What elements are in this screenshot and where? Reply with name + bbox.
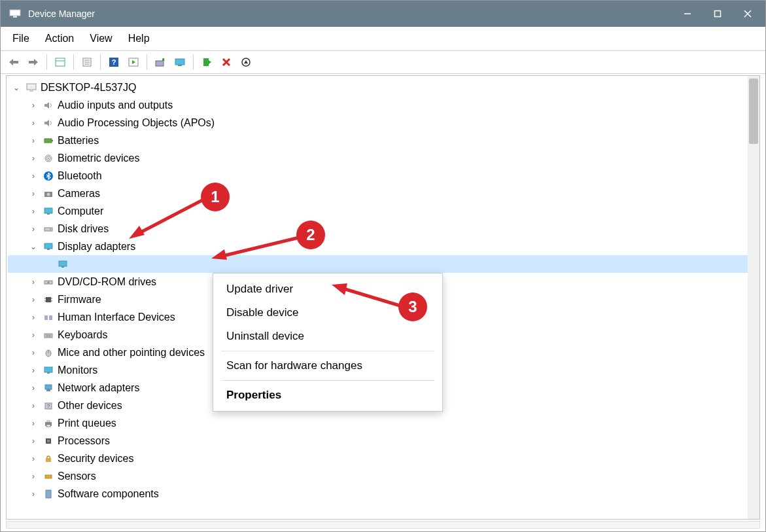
tree-item-disk-drives[interactable]: ›Disk drives xyxy=(8,220,758,238)
tree-root-label: DESKTOP-4L537JQ xyxy=(41,82,136,94)
tree-item-display-adapter-device[interactable] xyxy=(8,255,758,273)
camera-icon xyxy=(42,187,55,200)
action-button[interactable] xyxy=(124,53,143,71)
svg-rect-35 xyxy=(44,139,52,143)
scrollbar-thumb[interactable] xyxy=(749,79,758,144)
minimize-button[interactable] xyxy=(672,1,703,27)
properties-button[interactable] xyxy=(78,53,96,71)
expand-icon[interactable]: › xyxy=(27,472,39,481)
expand-icon[interactable]: › xyxy=(27,436,39,446)
expand-icon[interactable]: › xyxy=(27,454,39,463)
selected-device-label xyxy=(72,258,75,270)
menu-bar: File Action View Help xyxy=(1,27,765,50)
vertical-scrollbar[interactable] xyxy=(748,76,759,519)
expand-icon[interactable]: › xyxy=(27,366,39,375)
menu-help[interactable]: Help xyxy=(122,30,156,47)
speaker-icon xyxy=(42,116,55,130)
menu-action[interactable]: Action xyxy=(39,30,80,47)
help-button[interactable]: ? xyxy=(105,53,123,71)
context-uninstall-device[interactable]: Uninstall device xyxy=(213,325,442,348)
menu-view[interactable]: View xyxy=(83,30,118,47)
back-button[interactable] xyxy=(5,53,23,71)
expand-icon[interactable]: › xyxy=(27,348,39,357)
svg-rect-49 xyxy=(59,261,67,266)
svg-marker-82 xyxy=(211,249,227,260)
expand-icon[interactable]: › xyxy=(27,295,39,304)
collapse-icon[interactable]: ⌄ xyxy=(27,242,39,251)
expand-icon[interactable]: › xyxy=(27,383,39,393)
svg-rect-45 xyxy=(44,228,52,231)
menu-file[interactable]: File xyxy=(6,30,36,47)
app-icon xyxy=(7,6,23,22)
close-button[interactable] xyxy=(733,1,763,27)
context-separator xyxy=(221,351,434,351)
tree-item-display-adapters[interactable]: ⌄Display adapters xyxy=(8,238,758,255)
unknown-device-icon: ? xyxy=(42,399,55,412)
tree-item-bluetooth[interactable]: ›Bluetooth xyxy=(8,167,758,185)
speaker-icon xyxy=(42,99,55,112)
svg-rect-60 xyxy=(44,334,52,338)
tree-item-computer[interactable]: ›Computer xyxy=(8,202,758,220)
maximize-button[interactable] xyxy=(703,1,733,27)
update-driver-button[interactable] xyxy=(151,53,169,71)
printer-icon xyxy=(42,417,55,430)
expand-icon[interactable]: › xyxy=(27,401,39,410)
expand-icon[interactable]: › xyxy=(27,136,39,145)
tree-item-biometric[interactable]: ›Biometric devices xyxy=(8,149,758,167)
monitor-icon xyxy=(42,364,55,377)
tree-item-sensors[interactable]: ›Sensors xyxy=(8,467,758,485)
disc-drive-icon xyxy=(42,275,55,289)
svg-rect-65 xyxy=(44,367,52,372)
tree-item-software[interactable]: ›Software components xyxy=(8,485,758,503)
tree-item-audio-processing[interactable]: ›Audio Processing Objects (APOs) xyxy=(8,114,758,132)
forward-button[interactable] xyxy=(24,53,43,71)
tree-item-batteries[interactable]: ›Batteries xyxy=(8,132,758,149)
expand-icon[interactable]: › xyxy=(27,489,39,499)
svg-rect-77 xyxy=(45,475,52,478)
expand-icon[interactable]: › xyxy=(27,224,39,234)
tree-item-cameras[interactable]: ›Cameras xyxy=(8,185,758,202)
annotation-badge-2: 2 xyxy=(296,221,325,249)
expand-icon[interactable]: › xyxy=(27,154,39,163)
expand-icon[interactable]: › xyxy=(27,277,39,287)
context-properties[interactable]: Properties xyxy=(213,383,442,407)
tree-root[interactable]: ⌄ DESKTOP-4L537JQ xyxy=(8,79,758,96)
expand-icon[interactable]: › xyxy=(27,118,39,128)
expand-icon[interactable]: › xyxy=(27,171,39,181)
disable-button[interactable] xyxy=(217,53,235,71)
show-hidden-button[interactable] xyxy=(51,53,69,71)
tree-item-print[interactable]: ›Print queues xyxy=(8,414,758,432)
svg-rect-48 xyxy=(47,249,50,250)
expand-icon[interactable]: › xyxy=(27,330,39,340)
collapse-icon[interactable]: ⌄ xyxy=(10,83,22,92)
tree-item-audio-inputs[interactable]: ›Audio inputs and outputs xyxy=(8,96,758,114)
context-scan-hardware[interactable]: Scan for hardware changes xyxy=(213,354,442,378)
window-title: Device Manager xyxy=(28,9,672,19)
expand-icon[interactable]: › xyxy=(27,207,39,216)
scan-hardware-button[interactable] xyxy=(171,53,189,71)
svg-rect-75 xyxy=(47,440,50,442)
svg-marker-34 xyxy=(44,120,49,126)
svg-line-83 xyxy=(343,289,400,306)
expand-icon[interactable]: › xyxy=(27,101,39,110)
svg-marker-19 xyxy=(132,60,135,64)
title-bar: Device Manager xyxy=(1,1,765,27)
enable-button[interactable] xyxy=(198,53,216,71)
expand-icon[interactable]: › xyxy=(27,419,39,428)
svg-rect-50 xyxy=(61,266,64,268)
expand-icon[interactable]: › xyxy=(27,189,39,198)
svg-rect-25 xyxy=(203,58,209,66)
svg-rect-76 xyxy=(46,458,51,462)
svg-rect-0 xyxy=(10,10,20,16)
svg-text:?: ? xyxy=(112,58,116,66)
expand-icon[interactable]: › xyxy=(27,313,39,322)
svg-marker-30 xyxy=(244,60,248,63)
svg-line-81 xyxy=(223,238,299,256)
tree-item-security[interactable]: ›Security devices xyxy=(8,450,758,467)
annotation-arrow-3 xyxy=(328,282,406,312)
svg-rect-7 xyxy=(12,61,18,63)
svg-rect-58 xyxy=(44,315,48,320)
tree-item-processors[interactable]: ›Processors xyxy=(8,432,758,450)
svg-rect-24 xyxy=(178,65,182,66)
uninstall-button[interactable] xyxy=(237,53,255,71)
